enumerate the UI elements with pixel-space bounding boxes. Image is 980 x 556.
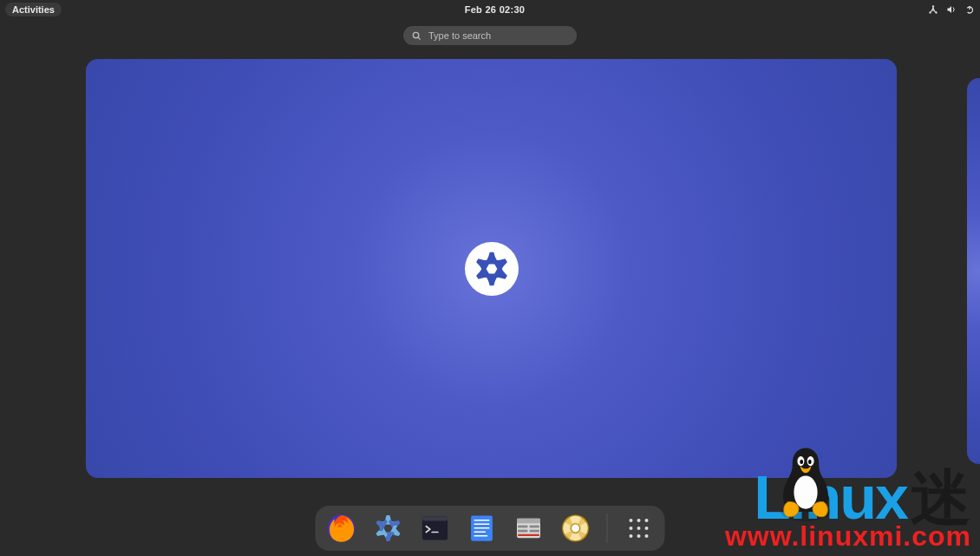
show-applications-button[interactable] xyxy=(622,511,657,546)
search-input[interactable] xyxy=(428,30,568,41)
svg-rect-12 xyxy=(474,520,490,521)
svg-rect-14 xyxy=(474,527,490,529)
svg-point-5 xyxy=(413,32,418,37)
wallpaper-logo xyxy=(465,242,519,296)
dock-item-files[interactable] xyxy=(512,511,546,546)
svg-point-1 xyxy=(929,11,931,13)
svg-rect-16 xyxy=(474,535,488,537)
dock-item-help[interactable] xyxy=(559,511,593,546)
system-status-area[interactable] xyxy=(928,4,975,15)
workspace-current[interactable] xyxy=(86,59,897,478)
svg-rect-22 xyxy=(530,530,539,533)
search-bar[interactable] xyxy=(403,26,577,45)
dock-item-terminal[interactable] xyxy=(418,511,453,546)
apps-grid-icon xyxy=(630,519,649,538)
svg-rect-21 xyxy=(518,530,527,533)
svg-rect-13 xyxy=(474,523,490,525)
workspace-next[interactable] xyxy=(967,78,980,464)
svg-rect-19 xyxy=(518,526,527,528)
svg-point-26 xyxy=(571,524,579,533)
activities-button[interactable]: Activities xyxy=(5,3,62,16)
power-icon[interactable] xyxy=(964,4,975,15)
nixos-snowflake-icon xyxy=(472,249,512,289)
svg-line-6 xyxy=(418,36,421,39)
svg-rect-18 xyxy=(517,519,540,524)
top-bar: Activities Feb 26 02:30 xyxy=(0,0,980,19)
search-icon xyxy=(412,31,421,41)
svg-rect-15 xyxy=(474,531,487,533)
svg-rect-20 xyxy=(530,526,539,528)
network-icon[interactable] xyxy=(928,4,938,15)
svg-rect-9 xyxy=(422,517,448,521)
watermark-url: www.linuxmi.com xyxy=(725,520,971,553)
svg-point-27 xyxy=(781,502,832,521)
dock-item-firefox[interactable] xyxy=(324,511,359,546)
watermark-brand-en: Linux xyxy=(754,471,907,526)
svg-point-28 xyxy=(794,475,818,508)
dock-item-text-editor[interactable] xyxy=(465,511,500,546)
svg-rect-23 xyxy=(518,534,539,536)
dock-separator xyxy=(607,513,608,543)
volume-icon[interactable] xyxy=(946,4,957,15)
watermark-brand-cn: 迷 xyxy=(911,471,971,526)
clock[interactable]: Feb 26 02:30 xyxy=(465,4,526,15)
dock xyxy=(316,506,665,551)
dock-item-nixos-settings[interactable] xyxy=(371,511,406,546)
